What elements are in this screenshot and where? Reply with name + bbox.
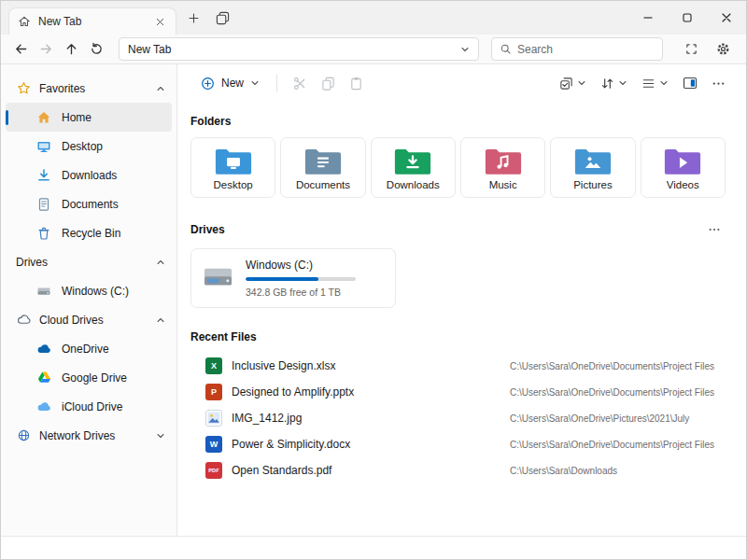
videos-folder-icon bbox=[663, 146, 702, 176]
settings-gear-icon[interactable] bbox=[711, 37, 735, 62]
navigation-toolbar bbox=[1, 35, 746, 64]
folders-heading: Folders bbox=[190, 115, 726, 128]
onedrive-icon bbox=[36, 342, 51, 357]
back-icon[interactable] bbox=[8, 37, 34, 62]
file-explorer-window: New Tab bbox=[0, 0, 747, 560]
sidebar-item-label: Documents bbox=[62, 198, 119, 211]
new-button[interactable]: New bbox=[192, 72, 268, 95]
minimize-button[interactable] bbox=[628, 1, 668, 35]
status-bar bbox=[1, 536, 746, 559]
chevron-up-icon[interactable] bbox=[156, 258, 165, 267]
pictures-folder-icon bbox=[573, 146, 613, 176]
tab-list-icon[interactable] bbox=[210, 6, 234, 30]
sidebar-item-onedrive[interactable]: OneDrive bbox=[6, 334, 172, 363]
sidebar-item-google-drive[interactable]: Google Drive bbox=[6, 363, 172, 392]
folder-tile-documents[interactable]: Documents bbox=[280, 137, 365, 198]
view-button[interactable] bbox=[636, 73, 674, 94]
recycle-bin-icon bbox=[36, 226, 51, 241]
forward-icon[interactable] bbox=[34, 37, 59, 62]
chevron-up-icon[interactable] bbox=[156, 315, 165, 325]
sidebar-item-desktop[interactable]: Desktop bbox=[6, 132, 172, 161]
image-file-icon bbox=[205, 410, 222, 427]
file-row[interactable]: X Inclusive Design.xlsx C:\Users\Sara\On… bbox=[190, 353, 726, 379]
file-row[interactable]: W Power & Simplicity.docx C:\Users\Sara\… bbox=[190, 431, 726, 457]
up-icon[interactable] bbox=[59, 37, 84, 62]
sidebar-group-label: Network Drives bbox=[39, 429, 115, 442]
desktop-folder-icon bbox=[214, 146, 253, 176]
sidebar-group-favorites[interactable]: Favorites bbox=[1, 74, 176, 103]
folder-tile-music[interactable]: Music bbox=[460, 137, 545, 198]
select-button[interactable] bbox=[554, 73, 592, 94]
cut-icon[interactable] bbox=[286, 70, 314, 96]
recent-files-list: X Inclusive Design.xlsx C:\Users\Sara\On… bbox=[190, 353, 726, 483]
drive-usage-bar bbox=[246, 277, 356, 281]
details-pane-icon bbox=[683, 76, 698, 91]
refresh-icon[interactable] bbox=[84, 37, 109, 62]
toolbar-right-group bbox=[679, 37, 739, 62]
sidebar-item-windows-c[interactable]: Windows (C:) bbox=[6, 276, 172, 305]
command-bar: New bbox=[177, 64, 746, 102]
folder-tile-label: Pictures bbox=[573, 179, 613, 190]
folder-tile-downloads[interactable]: Downloads bbox=[371, 137, 456, 198]
sidebar-item-label: iCloud Drive bbox=[62, 400, 122, 413]
folder-tile-label: Music bbox=[489, 179, 517, 190]
star-icon bbox=[16, 81, 31, 96]
maximize-button[interactable] bbox=[668, 1, 707, 35]
file-path: C:\Users\Sara\OneDrive\Documents\Project… bbox=[510, 387, 714, 398]
close-button[interactable] bbox=[707, 1, 746, 35]
file-path: C:\Users\Sara\OneDrive\Documents\Project… bbox=[510, 440, 714, 450]
sidebar-item-label: Windows (C:) bbox=[62, 285, 129, 298]
hard-drive-icon bbox=[203, 264, 234, 292]
focus-session-icon[interactable] bbox=[679, 37, 703, 62]
sidebar-group-label: Cloud Drives bbox=[39, 314, 104, 327]
address-bar[interactable] bbox=[119, 37, 479, 61]
sort-button[interactable] bbox=[595, 73, 633, 94]
drives-more-icon[interactable] bbox=[703, 220, 726, 239]
sidebar-group-cloud-drives[interactable]: Cloud Drives bbox=[1, 305, 176, 334]
details-pane-button[interactable] bbox=[677, 72, 703, 94]
chevron-up-icon[interactable] bbox=[156, 84, 165, 93]
more-options-icon[interactable] bbox=[706, 73, 731, 94]
powerpoint-file-icon: P bbox=[205, 384, 222, 400]
copy-icon[interactable] bbox=[314, 70, 342, 96]
window-controls bbox=[628, 1, 746, 35]
search-box[interactable] bbox=[491, 37, 663, 61]
home-content: Folders Desktop Docum bbox=[177, 102, 746, 536]
main-panel: New bbox=[177, 64, 746, 536]
sidebar-item-documents[interactable]: Documents bbox=[6, 189, 172, 218]
search-input[interactable] bbox=[517, 43, 655, 56]
address-dropdown-icon[interactable] bbox=[460, 45, 470, 54]
paste-icon[interactable] bbox=[342, 70, 370, 96]
sidebar-group-label: Drives bbox=[16, 256, 48, 269]
file-icon-letter: W bbox=[210, 440, 218, 449]
file-row[interactable]: IMG_1412.jpg C:\Users\Sara\OneDrive\Pict… bbox=[190, 405, 726, 431]
drive-free-space: 342.8 GB free of 1 TB bbox=[246, 287, 384, 298]
new-tab-button[interactable] bbox=[181, 6, 205, 30]
file-name: IMG_1412.jpg bbox=[232, 412, 500, 425]
file-icon-letter: X bbox=[211, 361, 217, 371]
file-name: Open Standards.pdf bbox=[232, 464, 500, 477]
folder-tile-desktop[interactable]: Desktop bbox=[190, 137, 275, 198]
sidebar-item-icloud-drive[interactable]: iCloud Drive bbox=[6, 392, 172, 421]
folder-tile-videos[interactable]: Videos bbox=[641, 137, 726, 198]
file-row[interactable]: P Designed to Amplify.pptx C:\Users\Sara… bbox=[190, 379, 726, 405]
sidebar-item-recycle-bin[interactable]: Recycle Bin bbox=[6, 218, 172, 247]
tab-new-tab[interactable]: New Tab bbox=[8, 7, 176, 35]
sidebar-group-network-drives[interactable]: Network Drives bbox=[1, 421, 176, 450]
home-icon bbox=[36, 110, 51, 125]
select-icon bbox=[559, 77, 573, 91]
chevron-down-icon[interactable] bbox=[156, 431, 165, 441]
excel-file-icon: X bbox=[205, 357, 222, 374]
address-input[interactable] bbox=[128, 43, 455, 56]
drive-card-windows-c[interactable]: Windows (C:) 342.8 GB free of 1 TB bbox=[190, 248, 396, 308]
home-tab-icon bbox=[17, 14, 32, 29]
sidebar-group-drives[interactable]: Drives bbox=[1, 247, 176, 276]
file-row[interactable]: PDF Open Standards.pdf C:\Users\Sara\Dow… bbox=[190, 457, 726, 483]
file-path: C:\Users\Sara\OneDrive\Documents\Project… bbox=[510, 361, 714, 371]
folder-tile-pictures[interactable]: Pictures bbox=[550, 137, 635, 198]
sidebar-item-home[interactable]: Home bbox=[6, 103, 172, 132]
folder-tile-label: Videos bbox=[667, 179, 699, 190]
view-list-icon bbox=[641, 77, 655, 91]
tab-close-icon[interactable] bbox=[151, 13, 168, 30]
sidebar-item-downloads[interactable]: Downloads bbox=[6, 161, 172, 189]
